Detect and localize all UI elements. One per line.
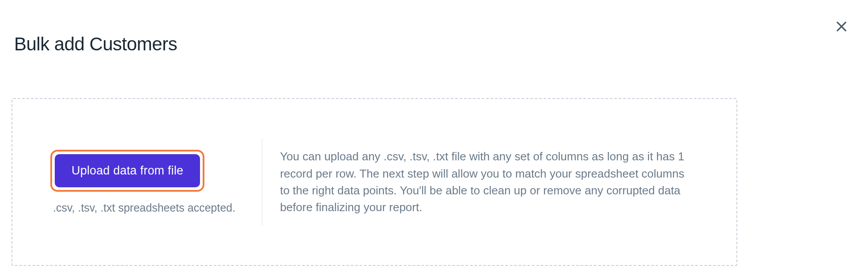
upload-dropzone[interactable]: Upload data from file .csv, .tsv, .txt s… [11,98,737,266]
vertical-divider [262,139,262,225]
upload-button[interactable]: Upload data from file [55,154,200,187]
close-button[interactable] [834,19,849,34]
upload-action-section: Upload data from file .csv, .tsv, .txt s… [39,150,257,214]
upload-description-text: You can upload any .csv, .tsv, .txt file… [280,148,692,216]
close-icon [834,19,849,34]
modal-title: Bulk add Customers [14,34,177,55]
upload-button-highlight: Upload data from file [50,150,204,192]
accepted-formats-text: .csv, .tsv, .txt spreadsheets accepted. [53,201,235,214]
upload-description-section: You can upload any .csv, .tsv, .txt file… [280,148,710,216]
